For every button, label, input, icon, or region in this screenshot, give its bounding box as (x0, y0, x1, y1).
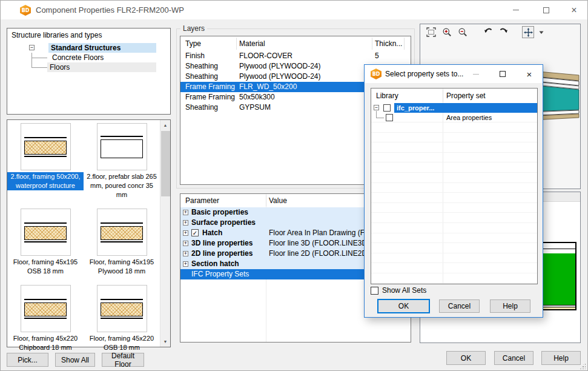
library-name[interactable]: ifc_proper... (394, 103, 537, 113)
dialog-help-button[interactable]: Help (490, 299, 530, 313)
parameter-name: 2D line properties (191, 249, 253, 259)
tree-item-standard-structures[interactable]: − Standard Structures (7, 43, 170, 53)
pan-icon[interactable] (522, 26, 534, 38)
collapse-icon[interactable]: − (374, 105, 379, 110)
show-all-button[interactable]: Show All (55, 353, 95, 367)
dialog-maximize-button[interactable] (492, 65, 514, 83)
layer-cell: Sheathing (185, 102, 239, 113)
zoom-in-icon[interactable] (441, 26, 453, 38)
layer-cell: Plywood (PLYWOOD-24) (239, 61, 372, 72)
titlebar: BD Component Properties FLR2-FRM200-WP × (1, 1, 587, 19)
parameter-name: 3D line properties (191, 238, 253, 249)
tree-child-label[interactable]: Concrete Floors (50, 53, 106, 62)
thumbnail-grid: 2.floor, framing 50x200, waterproof stru… (7, 120, 160, 347)
select-property-sets-dialog: BD Select property sets to... × Library … (364, 64, 543, 318)
empty-row (371, 173, 537, 183)
ok-button[interactable]: OK (446, 351, 486, 365)
scroll-down-icon[interactable]: ▼ (160, 336, 170, 347)
thumbnail-item-3[interactable]: Floor, framing 45x195 Plywood 18 mm (84, 209, 160, 276)
thumbnail-label: Floor, framing 45x220 Chipboard 18 mm (7, 334, 84, 352)
column-header-parameter[interactable]: Parameter (185, 194, 219, 207)
minimize-icon (513, 10, 519, 10)
tree-branch-icon (31, 67, 47, 68)
library-checkbox[interactable] (383, 104, 391, 112)
tree-child-label[interactable]: Floors (47, 62, 156, 72)
default-floor-button[interactable]: Default Floor (102, 353, 144, 367)
preview-toolbar (420, 24, 580, 40)
thumbnail-item-4[interactable]: Floor, framing 45x220 Chipboard 18 mm (7, 285, 84, 352)
property-sets-header: Library Property set (371, 89, 537, 103)
floor-structure-drawing (101, 136, 143, 158)
property-set-row[interactable]: Area properties (371, 113, 537, 122)
empty-row (371, 233, 537, 244)
maximize-button[interactable] (536, 1, 557, 19)
minimize-button[interactable] (506, 1, 526, 19)
pick-button[interactable]: Pick... (7, 353, 48, 367)
column-header-thickness[interactable]: Thickn... (375, 36, 402, 51)
fit-view-icon[interactable] (425, 26, 437, 38)
close-button[interactable]: × (564, 1, 584, 19)
column-header-library[interactable]: Library (376, 89, 398, 103)
layers-group-label: Layers (180, 24, 207, 33)
tree-item-concrete-floors[interactable]: Concrete Floors (7, 53, 170, 62)
parameter-name: Surface properties (191, 218, 256, 228)
dropdown-icon[interactable] (538, 26, 545, 38)
expand-icon[interactable]: + (183, 230, 188, 236)
thumbnail-scrollbar[interactable]: ▲ ▼ (160, 120, 170, 347)
column-header-value[interactable]: Value (269, 194, 287, 207)
thumbnail-item-5[interactable]: Floor, framing 45x220 OSB 18 mm (84, 285, 160, 352)
thumbnail-label: Floor, framing 45x220 OSB 18 mm (84, 334, 160, 352)
expand-icon[interactable]: + (183, 241, 188, 246)
dialog-cancel-button[interactable]: Cancel (439, 299, 480, 313)
scroll-up-icon[interactable]: ▲ (160, 120, 170, 130)
show-all-sets-checkbox[interactable] (371, 287, 378, 295)
structure-thumbnails-panel: 2.floor, framing 50x200, waterproof stru… (7, 119, 171, 347)
collapse-icon[interactable]: − (29, 45, 35, 50)
thumbnail-label: Floor, framing 45x195 Plywood 18 mm (84, 258, 160, 276)
thumbnail-label: 2.floor, framing 50x200, waterproof stru… (7, 172, 84, 190)
empty-row (371, 263, 537, 273)
expand-icon[interactable]: + (183, 261, 188, 267)
dialog-close-button[interactable]: × (518, 65, 540, 83)
column-header-material[interactable]: Material (239, 36, 265, 51)
layers-row-0[interactable]: FinishFLOOR-COVER5 (180, 51, 411, 61)
parameter-name: Basic properties (191, 207, 248, 218)
maximize-icon (500, 71, 506, 77)
empty-row (371, 273, 537, 284)
expand-icon[interactable]: + (183, 251, 188, 256)
dialog-ok-button[interactable]: OK (377, 299, 430, 313)
expand-icon[interactable]: + (183, 220, 188, 226)
layer-cell: Sheathing (185, 61, 239, 72)
empty-row (371, 183, 537, 193)
layer-cell: 5 (375, 51, 404, 61)
empty-row (371, 243, 537, 253)
layers-table-header: Type Material Thickn... (180, 36, 411, 51)
rotate-left-icon[interactable] (482, 26, 494, 38)
library-row[interactable]: − ifc_proper... (371, 103, 537, 113)
thumbnail-item-1[interactable]: 2.floor, prefabr slab 265 mm, poured con… (84, 123, 160, 199)
expand-icon[interactable]: + (183, 210, 188, 215)
column-header-property-set[interactable]: Property set (446, 89, 486, 103)
property-sets-rows: − ifc_proper... Area properties (371, 103, 537, 284)
tree-item-floors[interactable]: Floors (7, 62, 170, 72)
column-header-type[interactable]: Type (185, 36, 201, 51)
floor-structure-drawing (24, 299, 67, 319)
checkbox-checked-icon[interactable]: ✓ (191, 229, 199, 236)
thumbnail-preview (21, 123, 71, 170)
thumbnail-preview (97, 285, 147, 332)
rotate-right-icon[interactable] (498, 26, 510, 38)
thumbnail-label: 2.floor, prefabr slab 265 mm, poured con… (84, 172, 160, 199)
dialog-minimize-button[interactable] (465, 65, 487, 83)
column-divider (372, 38, 372, 50)
property-set-checkbox[interactable] (386, 114, 393, 121)
thumbnail-label: Floor, framing 45x195 OSB 18 mm (7, 258, 84, 276)
app-logo-text: BD (372, 72, 380, 77)
help-button[interactable]: Help (541, 351, 581, 365)
scrollbar-thumb[interactable] (161, 131, 170, 196)
cancel-button[interactable]: Cancel (494, 351, 533, 365)
property-sets-table: Library Property set − ifc_proper... Are… (371, 88, 538, 284)
thumbnail-item-0[interactable]: 2.floor, framing 50x200, waterproof stru… (7, 123, 84, 199)
thumbnail-item-2[interactable]: Floor, framing 45x195 OSB 18 mm (7, 209, 84, 276)
zoom-out-icon[interactable] (457, 26, 469, 38)
tree-root-label[interactable]: Standard Structures (48, 43, 156, 53)
